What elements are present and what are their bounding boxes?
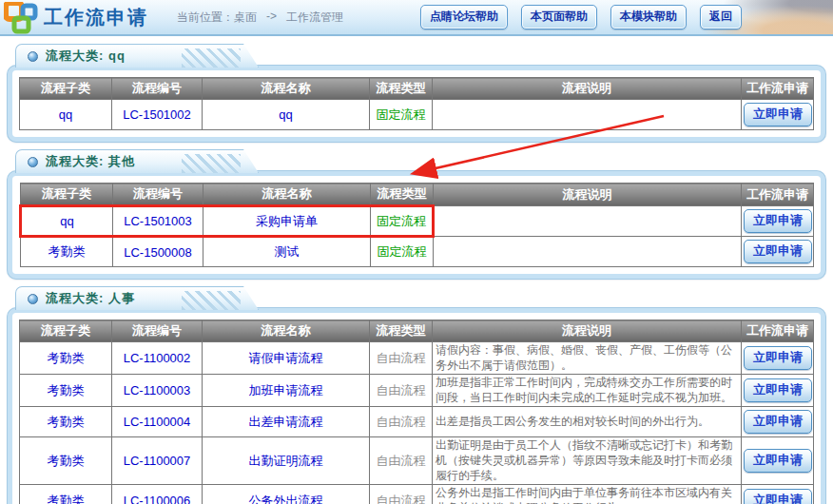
cell-subcategory: qq [21,206,113,237]
cell-apply: 立即申请 [742,437,814,485]
cell-code: LC-1501002 [112,100,203,130]
cell-type: 固定流程 [370,100,433,130]
cell-subcategory: 考勤类 [20,375,112,407]
section-hr: 流程大类: 人事 流程子类 流程编号 流程名称 流程类型 流程说明 工作流申请 … [8,286,825,504]
section-other-panel: 流程子类 流程编号 流程名称 流程类型 流程说明 工作流申请 qq LC-150… [8,171,825,279]
table-row-highlighted: qq LC-1501003 采购申请单 固定流程 立即申请 [21,206,814,237]
col-header-type: 流程类型 [370,78,433,100]
cell-subcategory: 考勤类 [20,485,112,504]
table-row: 考勤类 LC-1100002 请假申请流程 自由流程 请假内容：事假、病假、婚假… [20,342,814,375]
table-row: 考勤类 LC-1500008 测试 固定流程 立即申请 [21,237,814,267]
section-title: 流程大类: qq [46,48,126,65]
apply-now-button[interactable]: 立即申请 [744,346,812,370]
col-header-code: 流程编号 [113,184,203,206]
app-logo-icon [4,2,38,34]
cell-code: LC-1100007 [112,437,203,485]
cell-code: LC-1100006 [112,485,203,504]
col-header-description: 流程说明 [434,184,742,206]
cell-code: LC-1100002 [112,342,203,375]
cell-description: 请假内容：事假、病假、婚假、丧假、产假、工伤假等（公务外出不属于请假范围）。 [433,342,742,375]
breadcrumb-current: 工作流管理 [286,10,343,26]
bullet-icon [28,294,38,304]
col-header-subcategory: 流程子类 [20,78,112,100]
cell-name: 加班申请流程 [203,375,370,407]
apply-now-button[interactable]: 立即申请 [744,240,812,263]
bullet-icon [28,157,38,167]
col-header-code: 流程编号 [112,78,203,100]
table-row: qq LC-1501002 qq 固定流程 立即申请 [20,100,814,130]
apply-now-button[interactable]: 立即申请 [744,410,812,434]
breadcrumb-prefix: 当前位置：桌面 [177,10,257,26]
col-header-name: 流程名称 [203,184,371,206]
table-row: 考勤类 LC-1100004 出差申请流程 自由流程 出差是指员工因公务发生的相… [20,407,814,437]
table-header-row: 流程子类 流程编号 流程名称 流程类型 流程说明 工作流申请 [21,184,814,206]
col-header-subcategory: 流程子类 [20,320,112,342]
apply-now-button[interactable]: 立即申请 [744,489,812,504]
cell-name: 出勤证明流程 [203,437,370,485]
cell-code: LC-1500008 [113,237,203,267]
apply-now-button[interactable]: 立即申请 [744,378,812,402]
cell-subcategory: 考勤类 [20,407,112,437]
col-header-description: 流程说明 [433,78,742,100]
module-help-button[interactable]: 本模块帮助 [610,5,687,29]
page-title: 工作流申请 [44,5,148,30]
cell-code: LC-1501003 [113,206,203,237]
cell-type: 自由流程 [370,437,433,485]
table-row: 考勤类 LC-1100006 公务外出流程 自由流程 公务外出是指工作时间内由于… [20,485,814,504]
cell-apply: 立即申请 [742,342,814,375]
col-header-subcategory: 流程子类 [21,184,113,206]
col-header-code: 流程编号 [112,320,203,342]
table-row: 考勤类 LC-1100007 出勤证明流程 自由流程 出勤证明是由于员工个人（指… [20,437,814,485]
cell-subcategory: 考勤类 [20,437,112,485]
cell-apply: 立即申请 [742,485,814,504]
cell-name: 公务外出流程 [203,485,370,504]
apply-now-button[interactable]: 立即申请 [744,209,812,233]
cell-apply: 立即申请 [742,375,814,407]
section-qq: 流程大类: qq 流程子类 流程编号 流程名称 流程类型 流程说明 工作流申请 … [8,44,825,142]
apply-now-button[interactable]: 立即申请 [744,103,812,126]
cell-description [434,237,742,267]
cell-apply: 立即申请 [742,206,814,237]
cell-name: 测试 [203,237,371,267]
section-title: 流程大类: 人事 [46,290,135,307]
workflow-table: 流程子类 流程编号 流程名称 流程类型 流程说明 工作流申请 qq LC-150… [19,183,814,267]
cell-description: 加班是指非正常工作时间内，完成特殊交办工作所需要的时间段，当日工作时间内未完成的… [433,375,742,407]
cell-apply: 立即申请 [742,407,814,437]
breadcrumb-arrow: -> [266,10,277,26]
cell-type: 自由流程 [370,485,433,504]
cell-code: LC-1100003 [112,375,203,407]
forum-help-button[interactable]: 点睛论坛帮助 [420,5,508,29]
cell-subcategory: qq [20,100,112,130]
workflow-table: 流程子类 流程编号 流程名称 流程类型 流程说明 工作流申请 考勤类 LC-11… [19,320,814,504]
cell-description [434,206,742,237]
cell-type: 自由流程 [370,407,433,437]
col-header-name: 流程名称 [203,320,370,342]
section-qq-tab: 流程大类: qq [15,44,259,68]
cell-subcategory: 考勤类 [20,342,112,375]
section-hr-tab: 流程大类: 人事 [15,286,259,310]
section-hr-panel: 流程子类 流程编号 流程名称 流程类型 流程说明 工作流申请 考勤类 LC-11… [8,308,825,504]
cell-name: 请假申请流程 [203,342,370,375]
cell-name: qq [203,100,370,130]
bullet-icon [28,51,38,62]
col-header-type: 流程类型 [371,184,434,206]
cell-type: 自由流程 [370,342,433,375]
page-help-button[interactable]: 本页面帮助 [521,5,597,29]
cell-type: 固定流程 [371,237,434,267]
breadcrumb: 当前位置：桌面 -> 工作流管理 [177,10,343,26]
apply-now-button[interactable]: 立即申请 [744,449,812,473]
cell-name: 出差申请流程 [203,407,370,437]
cell-apply: 立即申请 [742,237,814,267]
cell-type: 自由流程 [370,375,433,407]
back-button[interactable]: 返回 [700,5,742,29]
cell-apply: 立即申请 [742,100,814,130]
section-other-tab: 流程大类: 其他 [15,149,259,173]
cell-type: 固定流程 [371,206,434,237]
workflow-table: 流程子类 流程编号 流程名称 流程类型 流程说明 工作流申请 qq LC-150… [19,77,814,130]
cell-code: LC-1100004 [112,407,203,437]
col-header-name: 流程名称 [203,78,370,100]
cell-name: 采购申请单 [203,206,371,237]
cell-description: 公务外出是指工作时间内由于单位事务前往本市区域内有关业务单位洽谈或办理公务的工作… [433,485,742,504]
cell-subcategory: 考勤类 [21,237,113,267]
table-header-row: 流程子类 流程编号 流程名称 流程类型 流程说明 工作流申请 [20,320,814,342]
